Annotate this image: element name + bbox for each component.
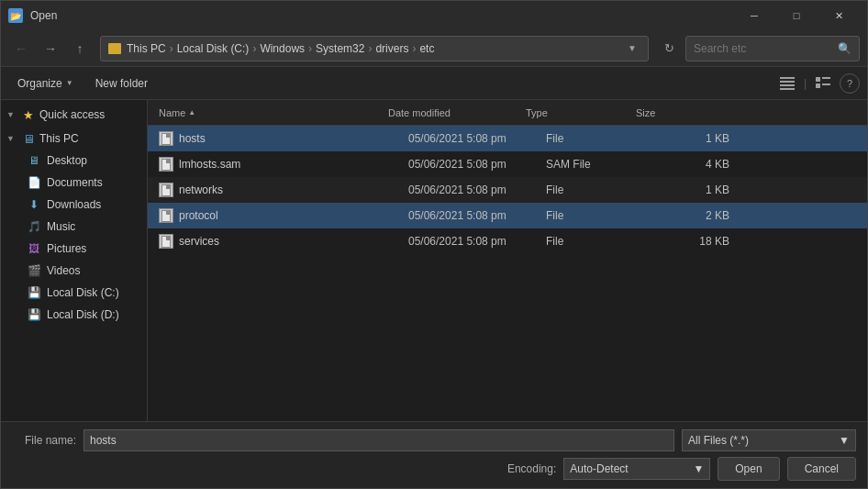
sort-arrow-name: ▲: [188, 108, 195, 117]
file-icon-corner: [166, 237, 170, 240]
file-icon: [159, 183, 173, 197]
refresh-button[interactable]: ↻: [656, 36, 682, 61]
table-row[interactable]: networks 05/06/2021 5:08 pm File 1 KB: [148, 177, 867, 203]
breadcrumb-system32: System32: [316, 42, 364, 55]
svg-rect-3: [780, 88, 795, 90]
up-button[interactable]: ↑: [67, 36, 93, 61]
file-type-dropdown-arrow: ▼: [839, 434, 850, 447]
search-bar[interactable]: 🔍: [685, 36, 860, 61]
desktop-icon: 🖥: [27, 153, 41, 168]
svg-rect-5: [822, 77, 830, 79]
file-size: 2 KB: [656, 209, 729, 222]
file-icon: [159, 234, 173, 249]
breadcrumb-sep-3: ›: [308, 42, 312, 55]
folder-icon: [108, 43, 121, 54]
sidebar-item-localdisk-d[interactable]: 💾 Local Disk (D:): [1, 304, 147, 326]
breadcrumb-sep-4: ›: [368, 42, 372, 55]
filename-input[interactable]: [83, 429, 674, 451]
sidebar-item-pictures[interactable]: 🖼 Pictures: [1, 238, 147, 260]
file-icon-corner: [166, 185, 170, 189]
file-icon-inner: [161, 133, 171, 145]
minimize-button[interactable]: ─: [733, 1, 775, 30]
sidebar-item-label-desktop: Desktop: [47, 154, 87, 167]
help-button[interactable]: ?: [840, 73, 860, 94]
forward-button[interactable]: →: [38, 36, 63, 61]
quick-access-label: Quick access: [39, 108, 105, 121]
new-folder-button[interactable]: New folder: [86, 72, 157, 95]
sidebar-item-desktop[interactable]: 🖥 Desktop: [1, 150, 147, 172]
svg-rect-2: [780, 84, 795, 86]
file-icon-corner: [166, 160, 170, 163]
this-pc-group: ▼ 🖥 This PC 🖥 Desktop 📄 Docum: [1, 128, 147, 326]
view-buttons: |: [774, 72, 836, 95]
file-type-dropdown[interactable]: All Files (*.*) ▼: [682, 429, 856, 451]
list-view-button[interactable]: [774, 72, 800, 95]
search-icon: 🔍: [838, 42, 851, 55]
col-header-date[interactable]: Date modified: [388, 107, 526, 118]
this-pc-label: This PC: [39, 132, 79, 145]
file-date: 05/06/2021 5:08 pm: [408, 209, 546, 222]
this-pc-arrow: ▼: [6, 134, 17, 143]
file-icon-inner: [161, 210, 171, 222]
table-row[interactable]: protocol 05/06/2021 5:08 pm File 2 KB: [148, 203, 867, 228]
sidebar-item-videos[interactable]: 🎬 Videos: [1, 260, 147, 282]
svg-rect-1: [780, 81, 795, 83]
table-row[interactable]: services 05/06/2021 5:08 pm File 18 KB: [148, 228, 867, 254]
cancel-button[interactable]: Cancel: [787, 457, 856, 481]
file-icon: [159, 131, 173, 146]
file-date: 05/06/2021 5:08 pm: [408, 183, 546, 196]
title-bar: 📂 Open ─ □ ✕: [1, 1, 867, 30]
breadcrumb-dropdown[interactable]: ▼: [624, 43, 640, 53]
file-name: networks: [179, 183, 408, 196]
sidebar-item-music[interactable]: 🎵 Music: [1, 216, 147, 238]
file-icon-inner: [161, 184, 171, 196]
downloads-icon: ⬇: [27, 197, 41, 212]
sidebar-item-label-localdisk-c: Local Disk (C:): [47, 286, 119, 299]
localdisk-d-icon: 💾: [27, 307, 41, 322]
sidebar-item-localdisk-c[interactable]: 💾 Local Disk (C:): [1, 282, 147, 304]
dialog-title: Open: [30, 9, 57, 22]
main-area: ▼ ★ Quick access ▼ 🖥 This PC: [1, 100, 867, 421]
svg-rect-7: [822, 83, 830, 85]
search-input[interactable]: [694, 42, 832, 55]
this-pc-header[interactable]: ▼ 🖥 This PC: [1, 128, 147, 150]
file-area: Name ▲ Date modified Type Size: [148, 100, 867, 421]
file-name: hosts: [179, 132, 408, 145]
file-list-header: Name ▲ Date modified Type Size: [148, 100, 867, 126]
table-row[interactable]: hosts 05/06/2021 5:08 pm File 1 KB: [148, 126, 867, 151]
file-date: 05/06/2021 5:08 pm: [408, 132, 546, 145]
localdisk-c-icon: 💾: [27, 285, 41, 300]
file-size: 18 KB: [656, 235, 729, 248]
col-header-size[interactable]: Size: [636, 107, 709, 118]
file-icon: [159, 157, 173, 172]
open-button[interactable]: Open: [718, 457, 779, 481]
organize-button[interactable]: Organize ▼: [8, 72, 83, 95]
back-button[interactable]: ←: [8, 36, 34, 61]
file-type: File: [546, 183, 656, 196]
quick-access-header[interactable]: ▼ ★ Quick access: [1, 104, 147, 126]
file-size: 1 KB: [656, 132, 729, 145]
file-name: protocol: [179, 209, 408, 222]
maximize-button[interactable]: □: [775, 1, 818, 30]
videos-icon: 🎬: [27, 263, 41, 278]
table-row[interactable]: lmhosts.sam 05/06/2021 5:08 pm SAM File …: [148, 151, 867, 177]
sidebar-item-documents[interactable]: 📄 Documents: [1, 172, 147, 194]
file-icon: [159, 208, 173, 223]
quick-access-arrow: ▼: [6, 110, 17, 119]
organize-dropdown-arrow: ▼: [66, 79, 73, 87]
sidebar-item-label-pictures: Pictures: [47, 242, 86, 255]
close-button[interactable]: ✕: [818, 1, 860, 30]
toolbar: Organize ▼ New folder |: [1, 67, 867, 100]
open-dialog: 📂 Open ─ □ ✕ ← → ↑ This PC › Local Disk …: [0, 0, 868, 489]
sidebar-item-downloads[interactable]: ⬇ Downloads: [1, 194, 147, 216]
col-header-name[interactable]: Name ▲: [159, 107, 388, 118]
documents-icon: 📄: [27, 175, 41, 190]
col-header-type[interactable]: Type: [526, 107, 636, 118]
file-size: 4 KB: [656, 158, 729, 171]
file-name: services: [179, 235, 408, 248]
file-type: File: [546, 235, 656, 248]
details-view-button[interactable]: [810, 72, 836, 95]
breadcrumb[interactable]: This PC › Local Disk (C:) › Windows › Sy…: [100, 36, 649, 61]
encoding-dropdown[interactable]: Auto-Detect ▼: [563, 458, 710, 480]
svg-rect-6: [816, 83, 820, 88]
